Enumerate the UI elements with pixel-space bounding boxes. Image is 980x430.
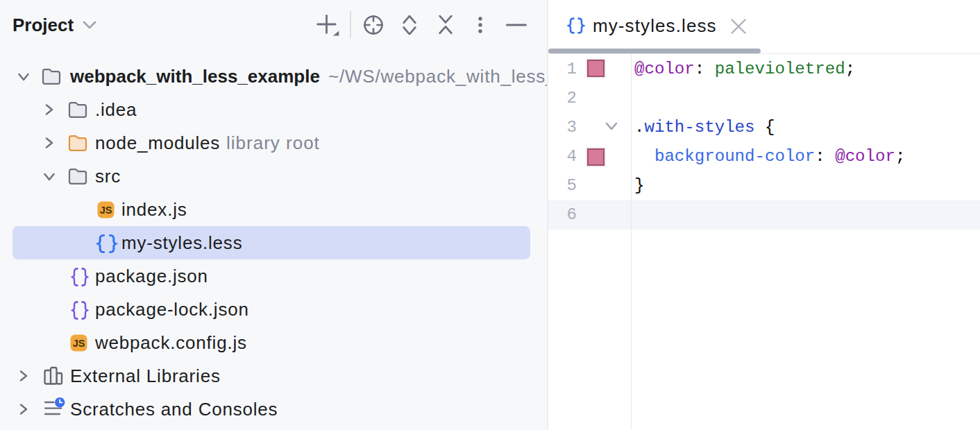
svg-text:JS: JS	[72, 338, 85, 349]
svg-text:JS: JS	[100, 205, 112, 216]
